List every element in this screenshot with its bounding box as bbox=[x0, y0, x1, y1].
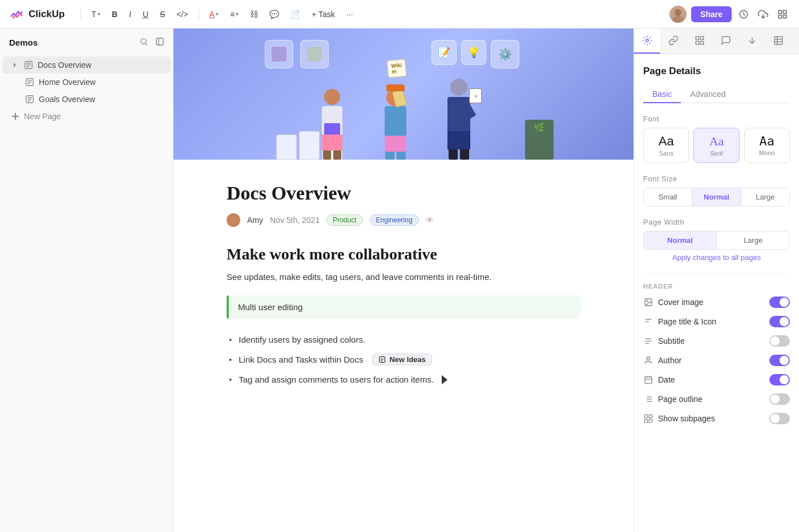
font-size-normal[interactable]: Normal bbox=[692, 188, 741, 206]
sidebar-search-button[interactable] bbox=[138, 35, 150, 50]
font-label: Font bbox=[643, 115, 790, 123]
right-panel: Page Details Basic Advanced Font Aa Sans… bbox=[633, 29, 799, 532]
underline-button[interactable]: U bbox=[139, 7, 152, 21]
apply-all-pages-link[interactable]: Apply changes to all pages bbox=[643, 253, 790, 262]
page-outline-icon bbox=[643, 394, 653, 404]
svg-point-1 bbox=[675, 9, 681, 16]
bold-button[interactable]: B bbox=[108, 7, 121, 21]
doc-main-content: Docs Overview Amy Nov 5th, 2021 Product … bbox=[204, 160, 603, 423]
task-button[interactable]: + Task bbox=[308, 7, 338, 21]
svg-rect-60 bbox=[644, 419, 647, 422]
share-button[interactable]: Share bbox=[691, 6, 732, 22]
main-toolbar: ClickUp T ▾ B I U S </> A ▾ ≡ ▾ ⛓ 💬 📄 + … bbox=[0, 0, 799, 29]
page-width-large[interactable]: Large bbox=[717, 232, 789, 249]
font-name-sans: Sans bbox=[659, 150, 673, 157]
export-button[interactable] bbox=[756, 7, 770, 22]
subtitle-label: Subtitle bbox=[658, 336, 685, 346]
cover-image-label: Cover image bbox=[658, 298, 703, 307]
panel-tab-comments[interactable] bbox=[713, 29, 739, 54]
sidebar-collapse-button[interactable] bbox=[154, 35, 166, 50]
bullet-item-1: • Identify users by assigned colors. bbox=[227, 330, 580, 349]
page-width-normal[interactable]: Normal bbox=[644, 232, 717, 249]
italic-button[interactable]: I bbox=[126, 7, 135, 21]
author-label: Author bbox=[658, 356, 681, 365]
svg-rect-58 bbox=[644, 415, 647, 417]
panel-body: Page Details Basic Advanced Font Aa Sans… bbox=[634, 54, 799, 532]
cover-image-toggle[interactable] bbox=[769, 297, 790, 308]
page-title-toggle[interactable] bbox=[769, 316, 790, 327]
font-option-mono[interactable]: Aa Mono bbox=[744, 128, 790, 163]
toolbar-separator bbox=[80, 9, 81, 20]
svg-point-41 bbox=[647, 300, 648, 302]
font-size-small[interactable]: Small bbox=[644, 188, 692, 206]
doc-button[interactable]: 📄 bbox=[287, 7, 304, 21]
svg-rect-34 bbox=[701, 42, 704, 44]
panel-tab-table[interactable] bbox=[765, 29, 792, 54]
doc-meta: Amy Nov 5th, 2021 Product Engineering 👁 bbox=[227, 213, 580, 227]
sub-tab-basic[interactable]: Basic bbox=[643, 86, 681, 103]
subtitle-toggle[interactable] bbox=[769, 335, 790, 347]
panel-tab-sort[interactable] bbox=[739, 29, 765, 54]
cover-image: 📝 💡 ⚙️ bbox=[173, 29, 633, 160]
svg-point-2 bbox=[672, 16, 684, 23]
page-width-options: Normal Large bbox=[643, 231, 790, 250]
svg-rect-32 bbox=[701, 36, 704, 39]
align-button[interactable]: ≡ ▾ bbox=[227, 7, 242, 21]
panel-sub-tabs: Basic Advanced bbox=[643, 86, 790, 103]
bullet-text-3: Tag and assign comments to users for act… bbox=[239, 375, 434, 384]
bullet-item-2: • Link Docs and Tasks within Docs New Id… bbox=[227, 349, 580, 370]
strikethrough-button[interactable]: S bbox=[156, 7, 168, 21]
font-option-serif[interactable]: Aa Serif bbox=[693, 128, 739, 163]
show-subpages-toggle[interactable] bbox=[769, 413, 790, 424]
sub-tab-advanced[interactable]: Advanced bbox=[681, 86, 735, 103]
inline-chip[interactable]: New Ideas bbox=[372, 354, 432, 366]
new-page-label: New Page bbox=[24, 112, 61, 121]
user-avatar[interactable] bbox=[669, 6, 687, 23]
view-icon: 👁 bbox=[426, 216, 434, 225]
sidebar-add-page-button[interactable]: New Page bbox=[2, 108, 171, 125]
toggle-row-page-title: Page title & Icon bbox=[643, 316, 790, 327]
font-aa-serif: Aa bbox=[709, 134, 724, 149]
font-size-large[interactable]: Large bbox=[741, 188, 789, 206]
text-style-button[interactable]: T ▾ bbox=[88, 7, 104, 21]
sidebar-item-docs-overview[interactable]: Docs Overview bbox=[2, 56, 171, 74]
page-outline-toggle[interactable] bbox=[769, 393, 790, 405]
font-options: Aa Sans Aa Serif Aa Mono bbox=[643, 128, 790, 163]
panel-tab-grid[interactable] bbox=[687, 29, 713, 54]
toggle-row-page-outline: Page outline bbox=[643, 393, 790, 405]
sidebar-item-label: Home Overview bbox=[39, 78, 96, 87]
app-logo[interactable]: ClickUp bbox=[9, 6, 64, 22]
sidebar-item-home-overview[interactable]: Home Overview bbox=[2, 74, 171, 91]
app-name-label: ClickUp bbox=[29, 9, 64, 20]
toggle-row-show-subpages: Show subpages bbox=[643, 413, 790, 424]
date-toggle[interactable] bbox=[769, 374, 790, 385]
svg-rect-36 bbox=[774, 36, 782, 44]
cover-image-icon bbox=[643, 297, 653, 307]
panel-tab-connections[interactable] bbox=[660, 29, 687, 54]
svg-rect-11 bbox=[156, 38, 163, 45]
sidebar: Demos Docs Overview Home Overview bbox=[0, 29, 173, 532]
comment-button[interactable]: 💬 bbox=[266, 7, 283, 21]
color-button[interactable]: A ▾ bbox=[206, 7, 222, 21]
sidebar-item-label: Goals Overview bbox=[39, 95, 95, 104]
more-button[interactable]: ··· bbox=[343, 7, 357, 21]
panel-title: Page Details bbox=[643, 66, 790, 77]
tag-engineering[interactable]: Engineering bbox=[370, 214, 419, 226]
author-toggle[interactable] bbox=[769, 355, 790, 366]
svg-rect-7 bbox=[778, 15, 781, 18]
inline-chip-label: New Ideas bbox=[389, 355, 426, 364]
panel-tab-settings[interactable] bbox=[634, 29, 660, 54]
link-button[interactable]: ⛓ bbox=[247, 7, 261, 21]
tag-product[interactable]: Product bbox=[326, 214, 362, 226]
history-button[interactable] bbox=[736, 7, 751, 22]
doc-title: Docs Overview bbox=[227, 182, 580, 204]
layout-button[interactable] bbox=[775, 7, 790, 22]
sidebar-item-goals-overview[interactable]: Goals Overview bbox=[2, 91, 171, 108]
svg-rect-33 bbox=[696, 42, 699, 44]
font-option-sans[interactable]: Aa Sans bbox=[643, 128, 689, 163]
author-icon bbox=[643, 355, 653, 366]
author-avatar bbox=[227, 213, 240, 227]
show-subpages-label: Show subpages bbox=[658, 414, 715, 423]
font-name-mono: Mono bbox=[759, 149, 775, 156]
code-button[interactable]: </> bbox=[173, 7, 191, 21]
